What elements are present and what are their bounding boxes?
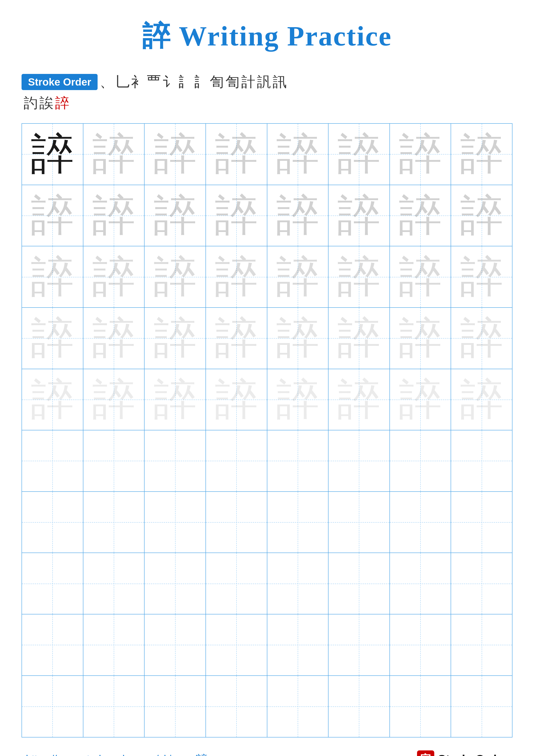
char-display: 誶 [399, 133, 442, 176]
stroke-s8: 訇 [210, 72, 224, 92]
grid-cell[interactable] [83, 430, 145, 492]
char-display: 誶 [31, 256, 74, 298]
grid-cell[interactable] [22, 614, 83, 676]
grid-cell[interactable] [451, 430, 512, 492]
grid-cell[interactable] [83, 492, 145, 553]
char-display: 誶 [337, 378, 380, 421]
char-display: 誶 [399, 256, 442, 298]
char-display: 誶 [31, 316, 74, 360]
grid-cell[interactable] [22, 492, 83, 553]
grid-cell[interactable] [328, 553, 390, 614]
grid-cell[interactable] [390, 553, 451, 614]
grid-cell: 誶 [267, 308, 329, 369]
stroke-order-section: Stroke Order 、 ⺃ ⻂ ⻃ 讠 訁 訁 訇 訇 計 訉 訊 訋 誒… [21, 72, 513, 113]
grid-cell[interactable] [144, 430, 206, 492]
grid-row-7 [22, 492, 512, 553]
grid-cell[interactable] [267, 430, 329, 492]
grid-cell: 誶 [83, 185, 145, 247]
grid-cell[interactable] [83, 676, 145, 737]
grid-cell: 誶 [22, 185, 83, 247]
grid-cell[interactable] [83, 553, 145, 614]
grid-cell[interactable] [144, 492, 206, 553]
grid-cell: 誶 [22, 308, 83, 369]
char-display: 誶 [215, 316, 258, 360]
grid-cell: 誶 [267, 246, 329, 308]
grid-cell[interactable] [144, 676, 206, 737]
char-display: 誶 [337, 194, 380, 237]
stroke-s4: ⻃ [147, 72, 161, 92]
char-display: 誶 [337, 316, 380, 360]
char-display: 誶 [337, 133, 380, 176]
stroke-order-row2: 訋 誒 誶 [21, 94, 513, 113]
grid-cell: 誶 [206, 185, 267, 247]
grid-cell: 誶 [83, 369, 145, 431]
grid-cell[interactable] [144, 614, 206, 676]
grid-cell: 誶 [451, 185, 512, 247]
grid-cell[interactable] [206, 553, 267, 614]
grid-cell: 誶 [83, 124, 145, 185]
grid-cell[interactable] [206, 676, 267, 737]
grid-cell[interactable] [328, 676, 390, 737]
grid-cell[interactable] [206, 430, 267, 492]
grid-cell[interactable] [22, 553, 83, 614]
grid-cell: 誶 [267, 369, 329, 431]
grid-cell: 誶 [83, 308, 145, 369]
stroke-s10: 計 [241, 72, 255, 92]
char-display: 誶 [399, 378, 442, 421]
grid-cell[interactable] [206, 614, 267, 676]
grid-cell[interactable] [390, 492, 451, 553]
grid-cell[interactable] [22, 430, 83, 492]
grid-cell[interactable] [451, 553, 512, 614]
page: 誶 Writing Practice Stroke Order 、 ⺃ ⻂ ⻃ … [0, 0, 534, 756]
char-display: 誶 [92, 316, 135, 360]
grid-cell[interactable] [22, 676, 83, 737]
char-display: 誶 [31, 133, 74, 176]
grid-cell: 誶 [144, 124, 206, 185]
char-display: 誶 [92, 256, 135, 298]
grid-cell[interactable] [390, 614, 451, 676]
stroke-s11: 訉 [257, 72, 271, 92]
footer-url[interactable]: https://www.strokeorder.com/chinese/誶 [26, 752, 207, 756]
grid-cell: 誶 [328, 246, 390, 308]
grid-cell: 誶 [328, 369, 390, 431]
char-display: 誶 [215, 194, 258, 237]
char-display: 誶 [215, 133, 258, 176]
char-display: 誶 [460, 133, 503, 176]
grid-row-4: 誶 誶 誶 誶 誶 誶 誶 誶 [22, 308, 512, 369]
stroke-s13: 訋 [24, 94, 38, 113]
grid-cell[interactable] [267, 553, 329, 614]
grid-cell: 誶 [390, 308, 451, 369]
char-display: 誶 [154, 194, 197, 237]
grid-cell[interactable] [390, 676, 451, 737]
char-display: 誶 [460, 378, 503, 421]
grid-cell[interactable] [83, 614, 145, 676]
grid-cell[interactable] [451, 676, 512, 737]
grid-cell[interactable] [451, 492, 512, 553]
stroke-chars-row1: 、 ⺃ ⻂ ⻃ 讠 訁 訁 訇 訇 計 訉 訊 [100, 72, 287, 92]
grid-cell[interactable] [451, 614, 512, 676]
char-display: 誶 [460, 194, 503, 237]
grid-cell: 誶 [144, 369, 206, 431]
grid-cell[interactable] [328, 614, 390, 676]
grid-cell[interactable] [328, 430, 390, 492]
char-display: 誶 [92, 194, 135, 237]
grid-cell[interactable] [206, 492, 267, 553]
char-display: 誶 [276, 133, 319, 176]
grid-cell[interactable] [267, 676, 329, 737]
grid-cell: 誶 [206, 124, 267, 185]
char-display: 誶 [31, 378, 74, 421]
grid-cell[interactable] [390, 430, 451, 492]
grid-cell[interactable] [267, 614, 329, 676]
grid-cell[interactable] [144, 553, 206, 614]
grid-cell: 誶 [451, 308, 512, 369]
grid-cell: 誶 [390, 185, 451, 247]
grid-row-5: 誶 誶 誶 誶 誶 誶 誶 誶 [22, 369, 512, 431]
grid-cell[interactable] [267, 492, 329, 553]
char-display: 誶 [276, 378, 319, 421]
grid-cell[interactable] [328, 492, 390, 553]
grid-cell: 誶 [328, 124, 390, 185]
char-display: 誶 [460, 316, 503, 360]
grid-cell: 誶 [83, 246, 145, 308]
grid-cell: 誶 [328, 308, 390, 369]
char-display: 誶 [276, 194, 319, 237]
